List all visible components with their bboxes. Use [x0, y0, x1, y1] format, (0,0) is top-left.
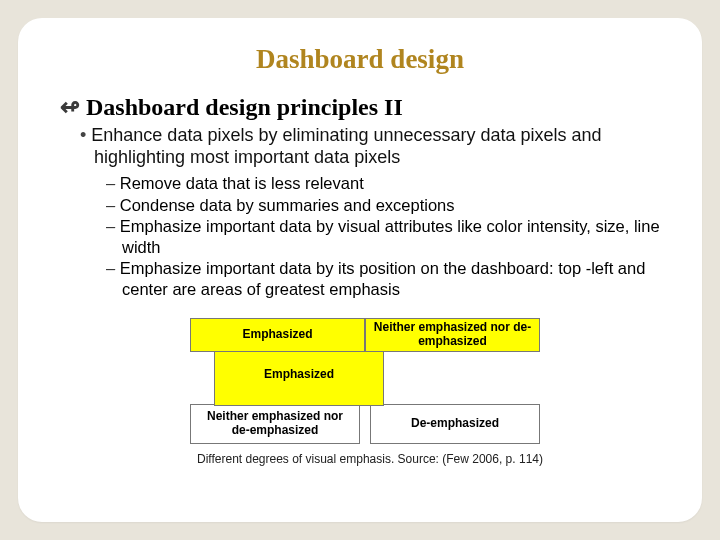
emphasis-diagram: Emphasized Neither emphasized nor de-emp… — [178, 318, 578, 466]
subtitle-row: ↫ Dashboard design principles II — [60, 93, 660, 121]
diagram-row-bottom: Neither emphasized nor de-emphasized De-… — [178, 404, 578, 444]
diagram-row-top: Emphasized Neither emphasized nor de-emp… — [178, 318, 578, 352]
slide-subtitle: Dashboard design principles II — [86, 94, 403, 121]
slide-title: Dashboard design — [60, 44, 660, 75]
diagram-box-bottom-right: De-emphasized — [370, 404, 540, 444]
diagram-caption: Different degrees of visual emphasis. So… — [190, 452, 550, 466]
diagram-box-center: Emphasized — [214, 344, 384, 406]
diagram-box-top-left: Emphasized — [190, 318, 365, 352]
bullet-swirl-icon: ↫ — [60, 93, 80, 121]
sub-point: Remove data that is less relevant — [106, 173, 660, 194]
sub-point: Emphasize important data by its position… — [106, 258, 660, 299]
slide-container: Dashboard design ↫ Dashboard design prin… — [18, 18, 702, 522]
sub-point-list: Remove data that is less relevant Conden… — [106, 173, 660, 300]
diagram-box-top-right: Neither emphasized nor de-emphasized — [365, 318, 540, 352]
diagram-box-bottom-left: Neither emphasized nor de-emphasized — [190, 404, 360, 444]
main-point: Enhance data pixels by eliminating unnec… — [80, 125, 660, 169]
sub-point: Condense data by summaries and exception… — [106, 195, 660, 216]
sub-point: Emphasize important data by visual attri… — [106, 216, 660, 257]
